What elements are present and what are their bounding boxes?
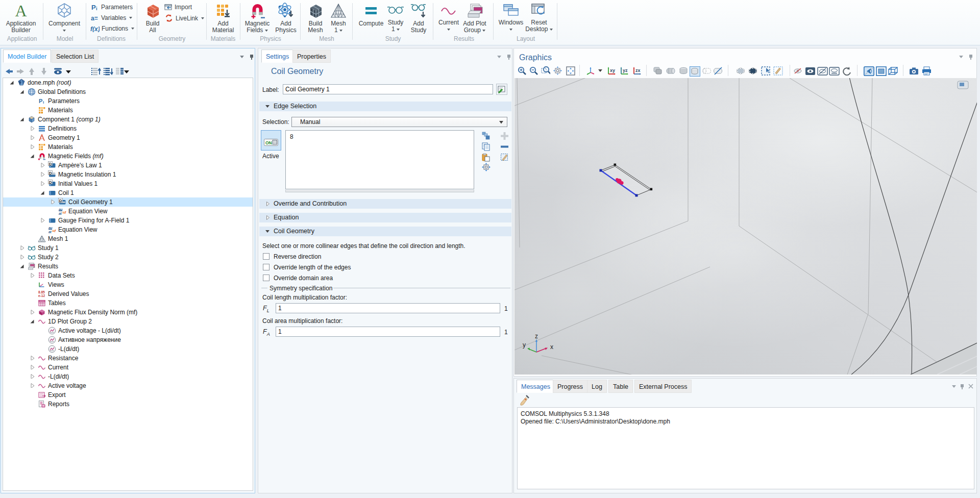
svg-text:y: y bbox=[523, 341, 526, 348]
svg-text:D: D bbox=[49, 162, 52, 166]
svg-text:z: z bbox=[535, 333, 538, 340]
svg-text:D: D bbox=[49, 180, 52, 185]
svg-text:ON: ON bbox=[265, 140, 272, 145]
svg-text:yz: yz bbox=[623, 68, 628, 73]
svg-text:f(x): f(x) bbox=[90, 26, 100, 32]
svg-text:zx: zx bbox=[635, 68, 641, 73]
svg-text:=f: =f bbox=[52, 229, 56, 233]
svg-text:D: D bbox=[49, 171, 52, 176]
svg-text:at: at bbox=[48, 230, 52, 234]
svg-text:e-12: e-12 bbox=[38, 294, 45, 297]
svg-text:D: D bbox=[59, 198, 62, 203]
svg-text:P: P bbox=[39, 98, 42, 104]
svg-text:x: x bbox=[550, 343, 553, 351]
svg-text:8.85: 8.85 bbox=[38, 290, 45, 294]
svg-text:P: P bbox=[91, 4, 96, 11]
svg-text:A: A bbox=[15, 3, 27, 19]
svg-text:at: at bbox=[59, 212, 62, 215]
svg-text:i: i bbox=[96, 6, 97, 11]
svg-text:i: i bbox=[43, 100, 44, 105]
svg-text:a=: a= bbox=[91, 15, 98, 21]
svg-text:=f: =f bbox=[62, 210, 66, 215]
svg-text:xy: xy bbox=[610, 68, 615, 73]
